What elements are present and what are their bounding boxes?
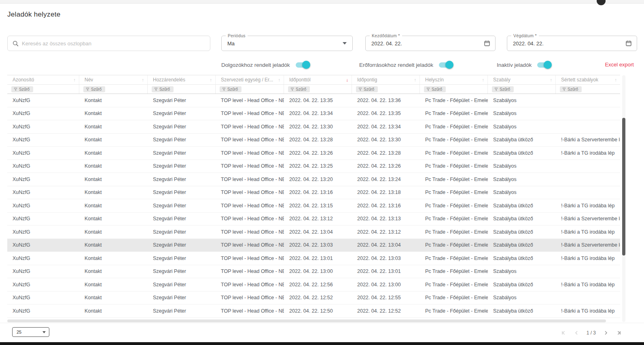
column-header-5[interactable]: Időpontig↑ (352, 75, 420, 84)
sort-icon[interactable]: ↑ (210, 77, 212, 82)
horizontal-scrollbar[interactable] (7, 319, 620, 322)
filter-chip[interactable]: Szűrő (220, 86, 241, 92)
filter-chip[interactable]: Szűrő (492, 86, 514, 92)
sort-icon[interactable]: ↑ (550, 77, 553, 82)
toggle-employees-switch[interactable] (296, 62, 309, 68)
table-cell: 2022. 04. 22. 13:04 (352, 239, 420, 252)
filter-chip[interactable]: Szűrő (152, 86, 174, 92)
table-cell (556, 265, 620, 278)
table-row[interactable]: XuNzfGKontaktSzegvári PéterTOP level - H… (7, 305, 620, 318)
sort-icon[interactable]: ↑ (142, 77, 144, 82)
horizontal-scrollbar-thumb[interactable] (7, 319, 606, 322)
filter-cell-7: Szűrő (488, 85, 556, 94)
table-cell: 2022. 04. 22. 13:13 (352, 213, 420, 226)
column-header-8[interactable]: Sértett szabályok↑ (556, 75, 620, 84)
column-header-3[interactable]: Szervezeti egység / Er...↑ (216, 75, 284, 84)
filter-chip[interactable]: Szűrő (356, 86, 378, 92)
table-row[interactable]: XuNzfGKontaktSzegvári PéterTOP level - H… (7, 252, 620, 265)
column-header-6[interactable]: Helyszín↑ (420, 75, 488, 84)
start-date-field[interactable]: Kezdődátum * 2022. 04. 22. (365, 36, 496, 51)
table-row[interactable]: XuNzfGKontaktSzegvári PéterTOP level - H… (7, 160, 620, 173)
filter-chip[interactable]: Szűrő (11, 86, 33, 92)
table-cell: 2022. 04. 22. 13:34 (352, 120, 420, 133)
excel-export-link[interactable]: Excel export (605, 62, 634, 68)
filter-chip[interactable]: Szűrő (83, 86, 105, 92)
table-row[interactable]: XuNzfGKontaktSzegvári PéterTOP level - H… (7, 239, 620, 252)
table-cell: 2022. 04. 22. 13:26 (352, 160, 420, 173)
table-row[interactable]: XuNzfGKontaktSzegvári PéterTOP level - H… (7, 147, 620, 160)
sort-icon[interactable]: ↑ (74, 77, 76, 82)
end-date-field[interactable]: Végdátum * 2022. 04. 22. (507, 36, 637, 51)
table-row[interactable]: XuNzfGKontaktSzegvári PéterTOP level - H… (7, 213, 620, 226)
sort-icon[interactable]: ↑ (482, 77, 485, 82)
page-title: Jeladók helyzete (7, 11, 60, 19)
column-header-4[interactable]: Időponttól↓ (284, 75, 352, 84)
table-cell: Kontakt (79, 173, 148, 186)
table-cell (556, 173, 620, 186)
table-cell: 2022. 04. 22. 13:26 (284, 147, 352, 160)
table-cell: Szegvári Péter (148, 160, 216, 173)
table-row[interactable]: XuNzfGKontaktSzegvári PéterTOP level - H… (7, 173, 620, 186)
filter-chip[interactable]: Szűrő (288, 86, 310, 92)
vertical-scrollbar[interactable] (622, 75, 625, 322)
calendar-icon[interactable] (625, 40, 632, 47)
toggle-inactive-group: Inaktív jeladók (497, 60, 551, 70)
table-cell: Szabályba ütköző (488, 199, 556, 212)
table-cell: Szabályos (488, 94, 556, 107)
toggle-knob (302, 61, 310, 69)
page-size-select[interactable]: 25 (12, 327, 49, 337)
table-cell (556, 107, 620, 120)
page-size-value: 25 (17, 330, 21, 334)
table-row[interactable]: XuNzfGKontaktSzegvári PéterTOP level - H… (7, 120, 620, 134)
table-row[interactable]: XuNzfGKontaktSzegvári PéterTOP level - H… (7, 94, 620, 107)
table-cell: Pc Trade - Főépület - Emelet -... (420, 94, 488, 107)
table-cell: Pc Trade - Főépület - Emelet -... (420, 173, 488, 186)
period-select[interactable]: Periódus Ma (221, 36, 353, 51)
table-cell (556, 186, 620, 199)
filter-chip[interactable]: Szűrő (560, 86, 582, 92)
table-row[interactable]: XuNzfGKontaktSzegvári PéterTOP level - H… (7, 292, 620, 305)
last-page-button[interactable] (616, 330, 622, 336)
table-cell: Szegvári Péter (148, 94, 216, 107)
table-cell: 2022. 04. 22. 13:20 (284, 173, 352, 186)
table-cell: Pc Trade - Főépület - Emelet -... (420, 134, 488, 147)
calendar-icon[interactable] (484, 40, 490, 47)
table-cell: 2022. 04. 22. 13:15 (284, 199, 352, 212)
table-cell: TOP level - Head Office - NE T... (216, 160, 284, 173)
sort-icon[interactable]: ↑ (278, 77, 281, 82)
table-row[interactable]: XuNzfGKontaktSzegvári PéterTOP level - H… (7, 134, 620, 147)
column-header-7[interactable]: Szabály↑ (488, 75, 556, 84)
table-cell: Szabályba ütköző (488, 252, 556, 265)
table-cell: !-Bárki a TG irodába lép (556, 199, 620, 212)
table-row[interactable]: XuNzfGKontaktSzegvári PéterTOP level - H… (7, 199, 620, 213)
table-cell: Pc Trade - Főépület - Emelet -... (420, 252, 488, 265)
vertical-scrollbar-thumb[interactable] (622, 118, 625, 256)
filter-funnel-icon (86, 87, 89, 91)
table-cell: Kontakt (79, 265, 148, 278)
table-row[interactable]: XuNzfGKontaktSzegvári PéterTOP level - H… (7, 226, 620, 239)
table-row[interactable]: XuNzfGKontaktSzegvári PéterTOP level - H… (7, 186, 620, 200)
search-input[interactable] (22, 40, 210, 47)
app-logo (597, 0, 606, 5)
table-cell: !-Bárki a Szerverterembe lép (556, 239, 620, 252)
column-header-2[interactable]: Hozzárendelés↑ (148, 75, 216, 84)
column-header-1[interactable]: Név↑ (79, 75, 148, 84)
table-cell: 2022. 04. 22. 13:25 (284, 160, 352, 173)
filter-chip[interactable]: Szűrő (424, 86, 446, 92)
table-row[interactable]: XuNzfGKontaktSzegvári PéterTOP level - H… (7, 107, 620, 121)
sort-desc-icon[interactable]: ↓ (346, 77, 349, 82)
toggle-resources-switch[interactable] (439, 62, 452, 68)
table-cell: 2022. 04. 22. 13:12 (352, 226, 420, 239)
sort-icon[interactable]: ↑ (414, 77, 417, 82)
next-page-button[interactable] (603, 330, 609, 336)
previous-page-button[interactable] (574, 330, 579, 336)
table-row[interactable]: XuNzfGKontaktSzegvári PéterTOP level - H… (7, 278, 620, 292)
table-row[interactable]: XuNzfGKontaktSzegvári PéterTOP level - H… (7, 265, 620, 279)
filter-chip-label: Szűrő (364, 87, 374, 92)
sort-icon[interactable]: ↑ (615, 77, 617, 82)
column-header-0[interactable]: Azonosító↑ (7, 75, 79, 84)
toggle-inactive-switch[interactable] (537, 62, 551, 68)
table-cell: !-Bárki a TG irodába lép (556, 252, 620, 265)
table-cell: Pc Trade - Főépület - Emelet -... (420, 239, 488, 252)
first-page-button[interactable] (561, 330, 566, 336)
